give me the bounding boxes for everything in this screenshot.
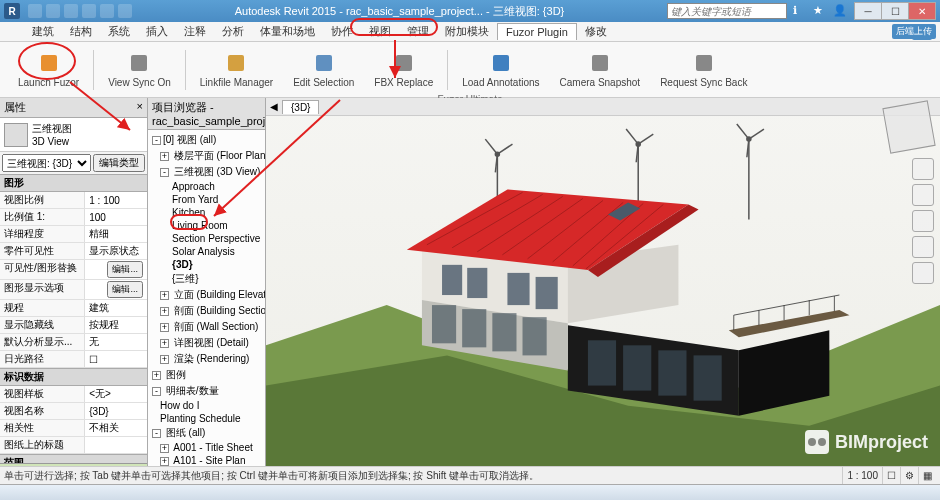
edit-button[interactable]: 编辑... xyxy=(107,281,143,298)
star-icon[interactable]: ★ xyxy=(813,4,827,18)
tree-node[interactable]: + 图例 xyxy=(150,367,263,383)
ribbon-view-sync-on[interactable]: View Sync On xyxy=(98,49,181,90)
tab-prev-icon[interactable]: ◀ xyxy=(270,101,278,112)
tree-node[interactable]: + A001 - Title Sheet xyxy=(150,441,263,454)
props-section-header[interactable]: 范围 xyxy=(0,454,147,463)
tree-node[interactable]: Kitchen xyxy=(150,206,263,219)
close-button[interactable]: ✕ xyxy=(908,2,936,20)
tree-node[interactable]: - 三维视图 (3D View) xyxy=(150,164,263,180)
expand-icon[interactable]: + xyxy=(160,444,169,453)
expand-icon[interactable]: + xyxy=(160,323,169,332)
ribbon-tab[interactable]: 结构 xyxy=(62,22,100,41)
ribbon-tab[interactable]: 管理 xyxy=(399,22,437,41)
expand-icon[interactable]: + xyxy=(160,339,169,348)
edit-type-button[interactable]: 编辑类型 xyxy=(93,154,145,172)
expand-icon[interactable]: - xyxy=(160,168,169,177)
expand-icon[interactable]: + xyxy=(160,457,169,466)
properties-type-selector[interactable]: 三维视图 3D View xyxy=(0,118,147,152)
pan-icon[interactable] xyxy=(912,210,934,232)
instance-selector[interactable]: 三维视图: {3D} xyxy=(2,154,91,172)
expand-icon[interactable]: + xyxy=(160,355,169,364)
tree-node[interactable]: + 详图视图 (Detail) xyxy=(150,335,263,351)
ribbon-edit-selection[interactable]: Edit Selection xyxy=(283,49,364,90)
ribbon-tab[interactable]: 修改 xyxy=(577,22,615,41)
tree-node[interactable]: -[0] 视图 (all) xyxy=(150,132,263,148)
ribbon-tab[interactable]: 插入 xyxy=(138,22,176,41)
search-input[interactable] xyxy=(667,3,787,19)
ribbon-tab[interactable]: 注释 xyxy=(176,22,214,41)
ribbon-linkfile-manager[interactable]: Linkfile Manager xyxy=(190,49,283,90)
ribbon-tab[interactable]: 视图 xyxy=(361,22,399,41)
tree-node[interactable]: + 渲染 (Rendering) xyxy=(150,351,263,367)
ribbon-tab[interactable]: 协作 xyxy=(323,22,361,41)
qat-save-icon[interactable] xyxy=(46,4,60,18)
props-row[interactable]: 零件可见性显示原状态 xyxy=(0,243,147,260)
app-icon[interactable]: R xyxy=(4,3,20,19)
tree-node[interactable]: Solar Analysis xyxy=(150,245,263,258)
tree-node[interactable]: + 楼层平面 (Floor Plan) xyxy=(150,148,263,164)
ribbon-launch-fuzor[interactable]: Launch Fuzor xyxy=(8,49,89,90)
tree-node[interactable]: From Yard xyxy=(150,193,263,206)
props-row[interactable]: 视图比例1 : 100 xyxy=(0,192,147,209)
expand-icon[interactable]: + xyxy=(152,371,161,380)
ribbon-load-annotations[interactable]: Load Annotations xyxy=(452,49,549,90)
ribbon-tab[interactable]: 分析 xyxy=(214,22,252,41)
props-row[interactable]: 默认分析显示...无 xyxy=(0,334,147,351)
props-row[interactable]: 可见性/图形替换编辑... xyxy=(0,260,147,280)
home-icon[interactable] xyxy=(912,158,934,180)
qat-open-icon[interactable] xyxy=(28,4,42,18)
ribbon-tab[interactable]: 建筑 xyxy=(24,22,62,41)
edit-button[interactable]: 编辑... xyxy=(107,261,143,278)
tree-node[interactable]: + 立面 (Building Elevation) xyxy=(150,287,263,303)
props-row[interactable]: 相关性不相关 xyxy=(0,420,147,437)
wheel-icon[interactable] xyxy=(912,184,934,206)
qat-redo-icon[interactable] xyxy=(82,4,96,18)
status-icon[interactable]: ▦ xyxy=(918,467,936,484)
ribbon-camera-snapshot[interactable]: Camera Snapshot xyxy=(550,49,651,90)
ribbon-tab[interactable]: Fuzor Plugin xyxy=(497,23,577,40)
props-section-header[interactable]: 图形 xyxy=(0,174,147,192)
online-badge[interactable]: 后端上传 xyxy=(892,24,936,39)
ribbon-tab[interactable]: 体量和场地 xyxy=(252,22,323,41)
ribbon-fbx-replace[interactable]: FBX Replace xyxy=(364,49,443,90)
tree-node[interactable]: Approach xyxy=(150,180,263,193)
maximize-button[interactable]: ☐ xyxy=(881,2,909,20)
zoom-icon[interactable] xyxy=(912,236,934,258)
status-icon[interactable]: ☐ xyxy=(882,467,900,484)
props-row[interactable]: 比例值 1:100 xyxy=(0,209,147,226)
props-row[interactable]: 视图样板<无> xyxy=(0,386,147,403)
props-row[interactable]: 规程建筑 xyxy=(0,300,147,317)
props-section-header[interactable]: 标识数据 xyxy=(0,368,147,386)
viewport-3d[interactable]: ◀ {3D} xyxy=(266,98,940,482)
props-row[interactable]: 显示隐藏线按规程 xyxy=(0,317,147,334)
props-row[interactable]: 视图名称{3D} xyxy=(0,403,147,420)
tree-node[interactable]: Planting Schedule xyxy=(150,412,263,425)
viewport-tab[interactable]: {3D} xyxy=(282,100,319,114)
tree-node[interactable]: Section Perspective xyxy=(150,232,263,245)
qat-measure-icon[interactable] xyxy=(118,4,132,18)
tree-node[interactable]: Living Room xyxy=(150,219,263,232)
props-row[interactable]: 图形显示选项编辑... xyxy=(0,280,147,300)
minimize-button[interactable]: ─ xyxy=(854,2,882,20)
panel-close-icon[interactable]: × xyxy=(137,100,143,115)
viewport-canvas[interactable] xyxy=(266,98,940,482)
expand-icon[interactable]: - xyxy=(152,136,161,145)
expand-icon[interactable]: + xyxy=(160,307,169,316)
props-row[interactable]: 详细程度精细 xyxy=(0,226,147,243)
status-icon[interactable]: ⚙ xyxy=(900,467,918,484)
orbit-icon[interactable] xyxy=(912,262,934,284)
ribbon-request-sync-back[interactable]: Request Sync Back xyxy=(650,49,757,90)
qat-undo-icon[interactable] xyxy=(64,4,78,18)
ribbon-tab[interactable]: 附加模块 xyxy=(437,22,497,41)
view-cube[interactable] xyxy=(882,100,935,153)
expand-icon[interactable]: - xyxy=(152,387,161,396)
info-icon[interactable]: ℹ xyxy=(793,4,807,18)
ribbon-tab[interactable]: 系统 xyxy=(100,22,138,41)
tree-node[interactable]: - 图纸 (all) xyxy=(150,425,263,441)
expand-icon[interactable]: - xyxy=(152,429,161,438)
expand-icon[interactable]: + xyxy=(160,152,169,161)
status-scale[interactable]: 1 : 100 xyxy=(842,467,882,484)
tree-node[interactable]: How do I xyxy=(150,399,263,412)
tree-node[interactable]: + 剖面 (Wall Section) xyxy=(150,319,263,335)
props-row[interactable]: 图纸上的标题 xyxy=(0,437,147,454)
